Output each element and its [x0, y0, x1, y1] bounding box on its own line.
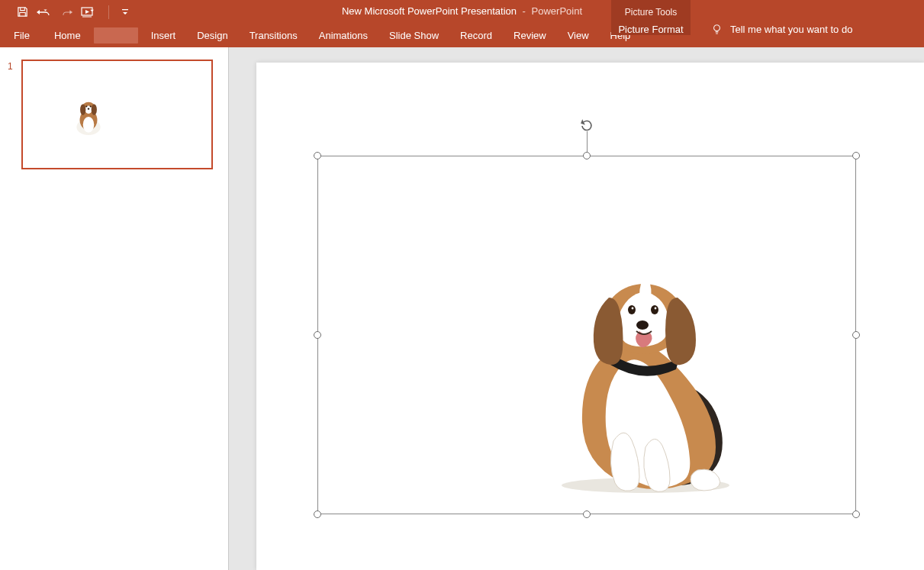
start-from-beginning-icon[interactable]: [79, 4, 101, 21]
tab-review[interactable]: Review: [503, 24, 557, 47]
tab-transitions[interactable]: Transitions: [239, 24, 308, 47]
dog-picture[interactable]: [539, 266, 746, 494]
svg-point-7: [80, 104, 85, 115]
svg-point-9: [85, 105, 87, 107]
undo-icon[interactable]: [34, 4, 56, 21]
resize-handle-b[interactable]: [583, 510, 591, 518]
slide-thumbnail-1[interactable]: [21, 60, 213, 169]
svg-point-18: [636, 320, 649, 330]
save-icon[interactable]: [14, 4, 31, 21]
redo-icon[interactable]: [60, 4, 76, 21]
tell-me-label: Tell me what you want to do: [730, 24, 852, 35]
tab-insert[interactable]: Insert: [140, 24, 187, 47]
svg-point-11: [88, 108, 90, 110]
title-separator: -: [523, 5, 526, 17]
picture-tools-contextual-tab[interactable]: Picture Tools: [611, 0, 691, 24]
tab-file[interactable]: File: [0, 24, 43, 47]
workspace: 1: [0, 47, 924, 570]
document-title: New Microsoft PowerPoint Presentation: [342, 5, 517, 17]
tell-me-search[interactable]: Tell me what you want to do: [700, 24, 852, 35]
app-name: PowerPoint: [532, 5, 582, 17]
slide-1[interactable]: [256, 63, 924, 570]
resize-handle-br[interactable]: [852, 510, 860, 518]
customize-qat-icon[interactable]: [117, 4, 134, 21]
thumbnail-dog-picture: [67, 96, 110, 136]
svg-point-10: [90, 105, 92, 107]
lightbulb-icon: [711, 24, 723, 35]
context-tab-label: Picture Tools: [625, 7, 677, 18]
slide-thumbnails-panel: 1: [0, 47, 229, 570]
tab-home[interactable]: Home: [43, 24, 92, 47]
svg-point-15: [651, 305, 658, 314]
resize-handle-t[interactable]: [583, 152, 591, 159]
resize-handle-tl[interactable]: [314, 152, 321, 159]
svg-point-16: [632, 308, 634, 310]
tab-view[interactable]: View: [557, 24, 600, 47]
window-title: New Microsoft PowerPoint Presentation - …: [0, 5, 924, 17]
tab-slideshow[interactable]: Slide Show: [378, 24, 449, 47]
quick-access-toolbar: [0, 4, 134, 21]
tab-hidden[interactable]: [94, 27, 138, 43]
tab-picture-format[interactable]: Picture Format: [611, 24, 691, 35]
resize-handle-tr[interactable]: [852, 152, 860, 159]
ribbon-tabs: File Home Insert Design Transitions Anim…: [0, 24, 924, 47]
resize-handle-bl[interactable]: [314, 510, 321, 518]
resize-handle-r[interactable]: [852, 331, 860, 339]
slide-canvas[interactable]: [229, 47, 924, 570]
rotation-stem: [587, 131, 588, 152]
svg-point-17: [655, 308, 657, 310]
svg-point-14: [628, 305, 636, 314]
svg-point-1: [714, 25, 720, 31]
tab-animations[interactable]: Animations: [308, 24, 378, 47]
svg-point-8: [92, 104, 97, 115]
qat-separator: [108, 5, 109, 19]
tab-record[interactable]: Record: [449, 24, 503, 47]
selection-frame[interactable]: [317, 156, 856, 514]
slide-number: 1: [8, 61, 13, 72]
rotation-handle-icon[interactable]: [579, 118, 594, 133]
resize-handle-l[interactable]: [314, 331, 321, 339]
svg-point-4: [83, 117, 95, 133]
title-bar: New Microsoft PowerPoint Presentation - …: [0, 0, 924, 24]
tab-design[interactable]: Design: [186, 24, 238, 47]
